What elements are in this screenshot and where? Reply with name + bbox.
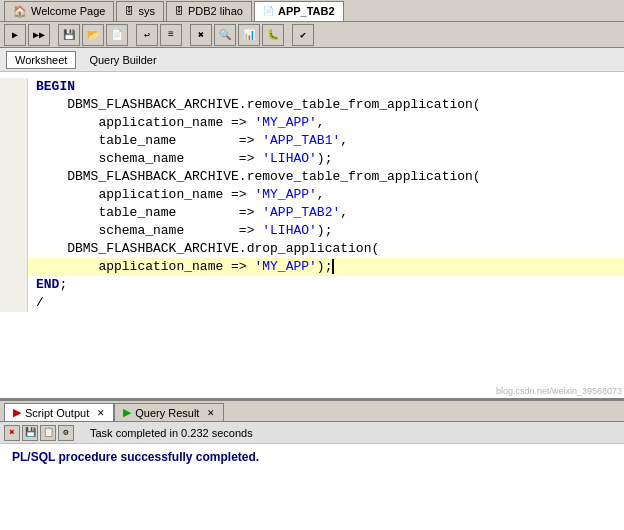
code-line: END;	[0, 276, 624, 294]
main-toolbar: ▶ ▶▶ 💾 📂 📄 ↩ ≡ ✖ 🔍 📊 🐛 ✔	[0, 22, 624, 48]
format-btn[interactable]: ≡	[160, 24, 182, 46]
clear-btn[interactable]: ✖	[190, 24, 212, 46]
watermark: blog.csdn.net/weixin_39568073	[496, 386, 622, 396]
open-btn[interactable]: 📂	[82, 24, 104, 46]
task-status: Task completed in 0.232 seconds	[86, 427, 257, 439]
doc-icon: 📄	[263, 6, 274, 16]
bottom-toolbar: ✖ 💾 📋 ⚙ Task completed in 0.232 seconds	[0, 422, 624, 444]
code-editor[interactable]: BEGIN DBMS_FLASHBACK_ARCHIVE.remove_tabl…	[0, 72, 624, 400]
sys-icon: 🗄	[125, 6, 134, 16]
code-line: application_name => 'MY_APP',	[0, 186, 624, 204]
bottom-panel: ▶ Script Output ✕ ▶ Query Result ✕ ✖ 💾 📋…	[0, 400, 624, 530]
autotrace-btn[interactable]: 📊	[238, 24, 260, 46]
query-result-icon: ▶	[123, 406, 131, 419]
welcome-icon: 🏠	[13, 5, 27, 18]
code-line: table_name => 'APP_TAB2',	[0, 204, 624, 222]
tab-query-builder[interactable]: Query Builder	[80, 51, 165, 69]
code-line: DBMS_FLASHBACK_ARCHIVE.drop_application(	[0, 240, 624, 258]
tab-pdb2lihao[interactable]: 🗄 PDB2 lihao	[166, 1, 252, 21]
close-query-result[interactable]: ✕	[207, 408, 215, 418]
code-line: schema_name => 'LIHAO');	[0, 222, 624, 240]
explain-btn[interactable]: 🔍	[214, 24, 236, 46]
script-output-icon: ▶	[13, 406, 21, 419]
save-output-btn[interactable]: 💾	[22, 425, 38, 441]
close-script-output[interactable]: ✕	[97, 408, 105, 418]
tab-bar: 🏠 Welcome Page 🗄 sys 🗄 PDB2 lihao 📄 APP_…	[0, 0, 624, 22]
code-line: table_name => 'APP_TAB1',	[0, 132, 624, 150]
history-btn[interactable]: ↩	[136, 24, 158, 46]
tab-app-tab2[interactable]: 📄 APP_TAB2	[254, 1, 344, 21]
output-content: PL/SQL procedure successfully completed.	[0, 444, 624, 530]
code-line-highlighted: application_name => 'MY_APP');	[0, 258, 624, 276]
tab-welcome[interactable]: 🏠 Welcome Page	[4, 1, 114, 21]
copy-output-btn[interactable]: 📋	[40, 425, 56, 441]
tab-worksheet[interactable]: Worksheet	[6, 51, 76, 69]
code-line: DBMS_FLASHBACK_ARCHIVE.remove_table_from…	[0, 168, 624, 186]
new-btn[interactable]: 📄	[106, 24, 128, 46]
run-btn[interactable]: ▶	[4, 24, 26, 46]
code-line: /	[0, 294, 624, 312]
run-script-btn[interactable]: ▶▶	[28, 24, 50, 46]
settings-output-btn[interactable]: ⚙	[58, 425, 74, 441]
tab-sys[interactable]: 🗄 sys	[116, 1, 164, 21]
code-line: BEGIN	[0, 78, 624, 96]
code-line: application_name => 'MY_APP',	[0, 114, 624, 132]
save-btn[interactable]: 💾	[58, 24, 80, 46]
code-line: schema_name => 'LIHAO');	[0, 150, 624, 168]
pdb2-icon: 🗄	[175, 6, 184, 16]
clear-output-btn[interactable]: ✖	[4, 425, 20, 441]
sub-toolbar: Worksheet Query Builder	[0, 48, 624, 72]
tab-script-output[interactable]: ▶ Script Output ✕	[4, 403, 114, 421]
debug-btn[interactable]: 🐛	[262, 24, 284, 46]
code-line: DBMS_FLASHBACK_ARCHIVE.remove_table_from…	[0, 96, 624, 114]
tab-query-result[interactable]: ▶ Query Result ✕	[114, 403, 224, 421]
bottom-tab-bar: ▶ Script Output ✕ ▶ Query Result ✕	[0, 400, 624, 422]
commit-btn[interactable]: ✔	[292, 24, 314, 46]
